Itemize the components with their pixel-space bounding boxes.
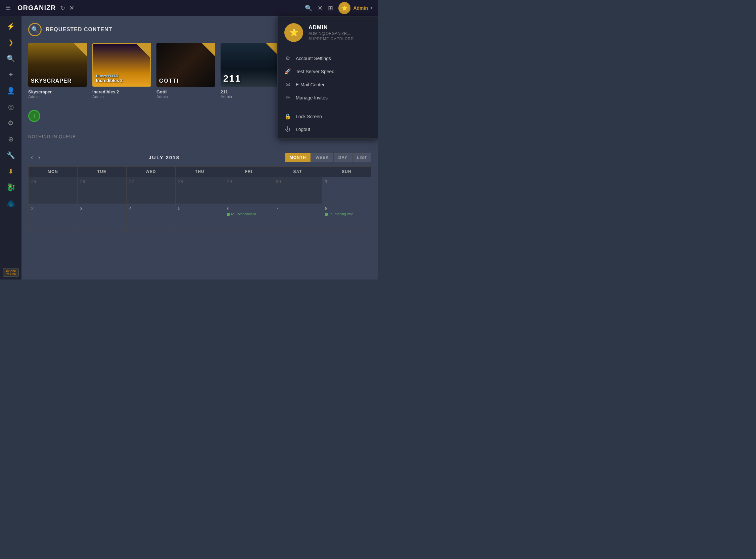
- dropdown-item-logout[interactable]: ⏻ Logout: [278, 123, 378, 136]
- dropdown-avatar: ⭐: [284, 23, 303, 42]
- app-title: ORGANIZR: [18, 4, 56, 12]
- sidebar-item-user[interactable]: 👤: [3, 83, 19, 98]
- event-dot: [227, 213, 230, 216]
- sidebar-item-dragon[interactable]: 🐉: [3, 180, 19, 195]
- movie-user: Admin: [28, 94, 87, 99]
- cal-day[interactable]: 26: [77, 177, 126, 204]
- email-icon: ✉: [284, 81, 291, 88]
- gear-icon: ⚙: [284, 55, 291, 62]
- sidebar-item-help[interactable]: ⊕: [3, 132, 19, 147]
- cal-day[interactable]: 7: [273, 204, 322, 231]
- search-icon[interactable]: 🔍: [305, 4, 312, 12]
- event-title: Comedians in ...: [236, 212, 260, 216]
- cal-event: 4a Comedians in ...: [227, 212, 270, 216]
- cal-day[interactable]: 27: [126, 177, 175, 204]
- event-time: 4a: [231, 212, 234, 216]
- requested-content-title: REQUESTED CONTENT: [46, 26, 112, 32]
- movie-poster-incredibles: Disney·PIXAR Incredibles 2: [92, 43, 151, 87]
- movie-name: Gotti: [157, 89, 215, 94]
- cal-view-week[interactable]: WEEK: [311, 153, 333, 162]
- calendar-section: ‹ › JULY 2018 MONTH WEEK DAY LIST MON TU…: [28, 153, 371, 231]
- movie-name: 211: [220, 89, 279, 94]
- dropdown-item-test-server[interactable]: 🚀 Test Server Speed: [278, 65, 378, 78]
- dropdown-profile: ⭐ ADMIN ADMIN@ORGANIZR.... SUPREME OVERL…: [278, 17, 378, 49]
- cal-day[interactable]: 4: [126, 204, 175, 231]
- power-icon: ⏻: [284, 126, 291, 132]
- sidebar-item-settings[interactable]: ⚙: [3, 116, 19, 130]
- lock-icon: 🔒: [284, 113, 291, 119]
- rocket-icon: 🚀: [284, 68, 291, 74]
- sidebar-item-nodes[interactable]: ✦: [3, 67, 19, 82]
- calendar-nav: ‹ › JULY 2018 MONTH WEEK DAY LIST: [28, 153, 371, 162]
- sidebar-item-target[interactable]: ◎: [3, 99, 19, 114]
- admin-label: Admin: [353, 5, 368, 11]
- close2-icon[interactable]: ✕: [317, 4, 323, 12]
- cal-day[interactable]: 28: [175, 177, 224, 204]
- menu-icon[interactable]: ☰: [5, 4, 11, 12]
- cal-day[interactable]: 3: [77, 204, 126, 231]
- close-icon[interactable]: ✕: [69, 4, 74, 12]
- sidebar-item-download[interactable]: ⬇: [3, 164, 19, 179]
- sidebar-item-arrow[interactable]: ❯: [3, 35, 19, 50]
- cal-day[interactable]: 6 4a Comedians in ...: [224, 204, 273, 231]
- event-title: Running Wild ...: [333, 212, 357, 216]
- cal-day[interactable]: 2: [28, 204, 77, 231]
- corner-badge: [137, 44, 150, 58]
- calendar-table: MON TUE WED THU FRI SAT SUN 25 26 27 28 …: [28, 166, 371, 231]
- movie-poster-gotti: GOTTI: [157, 43, 215, 87]
- movie-user: Admin: [157, 94, 215, 99]
- grid-icon[interactable]: ⊞: [328, 4, 333, 12]
- cal-event: 6p Running Wild ...: [325, 212, 368, 216]
- sidebar-item-tools[interactable]: 🔧: [3, 148, 19, 163]
- sidebar-item-dashboard[interactable]: ⚡: [3, 19, 19, 33]
- movie-name: Skyscraper: [28, 89, 87, 94]
- movie-card-incredibles[interactable]: Disney·PIXAR Incredibles 2 Incredibles 2…: [92, 43, 151, 99]
- dropdown-item-account-settings[interactable]: ⚙ Account Settings: [278, 52, 378, 65]
- admin-button[interactable]: ⭐ Admin ▾: [338, 2, 373, 14]
- cal-day[interactable]: 1: [322, 177, 371, 204]
- calendar-week-2: 2 3 4 5 6 4a Comedians in ... 7 8: [28, 204, 371, 231]
- dropdown-item-lock-screen[interactable]: 🔒 Lock Screen: [278, 110, 378, 123]
- queue-icon: ⬇: [28, 110, 40, 122]
- dropdown-item-email-center[interactable]: ✉ E-Mail Center: [278, 78, 378, 91]
- dropdown-item-label: Account Settings: [296, 56, 331, 61]
- cal-day[interactable]: 29: [224, 177, 273, 204]
- cal-day[interactable]: 5: [175, 204, 224, 231]
- topnav-right: 🔍 ✕ ⊞ ⭐ Admin ▾: [305, 2, 373, 14]
- dropdown-role: SUPREME OVERLORD: [308, 37, 354, 41]
- corner-badge: [202, 43, 215, 57]
- calendar-prev-button[interactable]: ‹: [28, 153, 36, 162]
- cal-day[interactable]: 25: [28, 177, 77, 204]
- calendar-next-button[interactable]: ›: [36, 153, 43, 162]
- cal-view-list[interactable]: LIST: [353, 153, 371, 162]
- cal-header-wed: WED: [126, 166, 175, 177]
- movie-card-skyscraper[interactable]: SKYSCRAPER Skyscraper Admin: [28, 43, 87, 99]
- dropdown-items-group2: 🔒 Lock Screen ⏻ Logout: [278, 107, 378, 138]
- cal-day[interactable]: 8 6p Running Wild ...: [322, 204, 371, 231]
- movie-card-211[interactable]: 211 211 Admin: [220, 43, 279, 99]
- movie-card-gotti[interactable]: GOTTI Gotti Admin: [157, 43, 215, 99]
- corner-badge: [73, 43, 87, 57]
- dropdown-item-manage-invites[interactable]: ✏ Manage Invites: [278, 91, 378, 104]
- calendar-view-tabs: MONTH WEEK DAY LIST: [285, 153, 371, 162]
- cal-header-sat: SAT: [273, 166, 322, 177]
- movie-name: Incredibles 2: [92, 89, 151, 94]
- cal-view-month[interactable]: MONTH: [285, 153, 310, 162]
- pencil-icon: ✏: [284, 94, 291, 101]
- cal-header-fri: FRI: [224, 166, 273, 177]
- movie-poster-skyscraper: SKYSCRAPER: [28, 43, 87, 87]
- cal-view-day[interactable]: DAY: [334, 153, 352, 162]
- dropdown-item-label: Lock Screen: [296, 114, 322, 119]
- movie-user: Admin: [92, 94, 151, 99]
- event-time: 6p: [329, 212, 332, 216]
- dropdown-items-group1: ⚙ Account Settings 🚀 Test Server Speed ✉…: [278, 49, 378, 107]
- cal-day[interactable]: 30: [273, 177, 322, 204]
- event-dot: [325, 213, 328, 216]
- user-dropdown-menu: ⭐ ADMIN ADMIN@ORGANIZR.... SUPREME OVERL…: [277, 16, 378, 139]
- sidebar-item-search[interactable]: 🔍: [3, 51, 19, 66]
- dropdown-item-label: Test Server Speed: [296, 69, 334, 74]
- admin-avatar: ⭐: [338, 2, 351, 14]
- refresh-icon[interactable]: ↻: [60, 4, 65, 12]
- sidebar-item-wardrobe[interactable]: 🧥: [3, 196, 19, 211]
- dropdown-username: ADMIN: [308, 24, 354, 30]
